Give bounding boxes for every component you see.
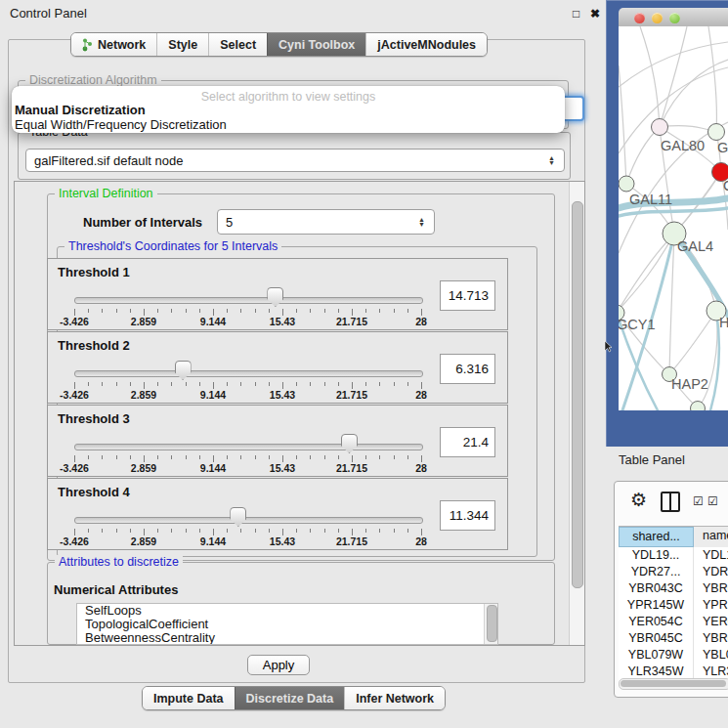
table-row[interactable]: YPR145WYPR1 (619, 597, 728, 614)
threshold-slider-handle[interactable] (341, 434, 358, 453)
attributes-scrollbar[interactable] (484, 604, 497, 644)
node-gal11[interactable] (619, 176, 634, 192)
cell-name[interactable]: YPR1 (694, 597, 728, 614)
column-header-shared-name[interactable]: shared... (619, 527, 694, 547)
slider-tick (102, 529, 103, 533)
threshold-slider-track[interactable] (74, 297, 423, 304)
float-window-icon[interactable]: □ (573, 7, 579, 21)
tab-network[interactable]: Network (71, 33, 156, 56)
horizontal-scrollbar-thumb[interactable] (621, 680, 726, 687)
checkbox-icon[interactable]: ☑ (693, 494, 705, 508)
tab-select[interactable]: Select (208, 33, 267, 56)
slider-tick (255, 382, 256, 386)
split-view-icon[interactable] (661, 492, 680, 512)
close-icon[interactable]: ✖ (590, 7, 600, 21)
table-row[interactable]: YBR043CYBR0 (619, 580, 728, 597)
checkbox-icon[interactable]: ☑ (707, 494, 719, 508)
apply-button[interactable]: Apply (247, 655, 310, 675)
tab-impute-data[interactable]: Impute Data (143, 687, 235, 709)
cell-name[interactable]: YBL0 (694, 647, 728, 664)
slider-tick (227, 382, 228, 386)
cell-name[interactable]: YBR0 (694, 580, 728, 597)
tab-cyni-toolbox[interactable]: Cyni Toolbox (267, 33, 365, 56)
table-panel-toolbar: ⚙ ☑ ☑ (615, 482, 728, 525)
cell-name[interactable]: YBR0 (694, 630, 728, 647)
cell-shared-name[interactable]: YER054C (619, 614, 694, 630)
slider-tick (240, 529, 241, 533)
cell-name[interactable]: YER0 (694, 614, 728, 630)
network-graph: GAL80GACYGAL11GAL4GCY1HHAP2 (619, 26, 728, 410)
network-window-titlebar[interactable] (619, 8, 728, 27)
threshold-value-field[interactable]: 14.713 (440, 280, 495, 311)
numerical-attributes-label: Numerical Attributes (54, 582, 178, 597)
tab-jactivemnodules[interactable]: jActiveMNodules (365, 33, 487, 56)
tab-label: Style (168, 38, 197, 52)
cell-shared-name[interactable]: YDR27... (619, 564, 694, 580)
number-of-intervals-combobox[interactable]: 5 ▲▼ (217, 209, 435, 235)
network-canvas[interactable]: GAL80GACYGAL11GAL4GCY1HHAP2 (619, 26, 728, 410)
node-top-right[interactable] (708, 124, 725, 141)
vertical-scrollbar-thumb[interactable] (572, 201, 583, 588)
slider-tick (379, 309, 380, 313)
popup-item-equal-width-frequency-discretization[interactable]: Equal Width/Frequency Discretization (12, 118, 565, 133)
horizontal-scrollbar[interactable] (619, 678, 728, 690)
slider-scale-label: 21.715 (336, 462, 367, 474)
tab-discretize-data[interactable]: Discretize Data (235, 687, 345, 709)
zoom-traffic-light-icon[interactable] (669, 13, 680, 23)
cell-shared-name[interactable]: YPR145W (619, 597, 694, 614)
slider-tick (379, 529, 380, 533)
threshold-slider-track[interactable] (74, 517, 423, 524)
threshold-value-field[interactable]: 6.316 (440, 354, 495, 384)
cell-shared-name[interactable]: YBR045C (619, 630, 694, 647)
table-row[interactable]: YBL079WYBL0 (619, 647, 728, 664)
cell-name[interactable]: YDR2 (694, 564, 728, 580)
close-traffic-light-icon[interactable] (634, 13, 645, 23)
slider-tick (199, 382, 200, 386)
attribute-item-selfloops[interactable]: SelfLoops (77, 604, 497, 618)
network-icon (82, 38, 93, 52)
threshold-slider-handle[interactable] (267, 287, 283, 307)
gear-icon[interactable]: ⚙ (630, 489, 647, 511)
numerical-attributes-list[interactable]: SelfLoopsTopologicalCoefficientBetweenne… (76, 603, 498, 645)
algorithm-popup: Select algorithm to view settings Manual… (12, 86, 565, 133)
slider-tick (296, 382, 297, 386)
network-window[interactable]: GAL80GACYGAL11GAL4GCY1HHAP2 (606, 0, 728, 447)
cell-shared-name[interactable]: YBL079W (619, 647, 694, 664)
slider-scale-label: 2.859 (131, 316, 156, 327)
node-gal80[interactable] (652, 119, 668, 136)
attributes-scrollbar-thumb[interactable] (487, 605, 497, 642)
node-label-hap2: HAP2 (671, 376, 708, 392)
tab-label: Select (220, 38, 256, 52)
cell-name[interactable]: YDL1 (694, 547, 728, 564)
slider-tick (338, 309, 339, 313)
slider-scale-label: 28 (415, 389, 427, 401)
tab-infer-network[interactable]: Infer Network (344, 687, 445, 709)
threshold-panel: Threshold 2 6.316 -3.4262.8599.14415.432… (47, 331, 508, 404)
threshold-slider-track[interactable] (74, 444, 423, 450)
slider-tick (282, 309, 283, 316)
threshold-slider-track[interactable] (74, 370, 423, 377)
threshold-value-field[interactable]: 11.344 (440, 500, 495, 531)
attribute-item-topologicalcoefficient[interactable]: TopologicalCoefficient (77, 618, 497, 631)
attribute-item-betweennesscentrality[interactable]: BetweennessCentrality (77, 631, 497, 645)
table-row[interactable]: YDL19...YDL1 (619, 547, 728, 564)
table-row[interactable]: YBR045CYBR0 (619, 630, 728, 647)
column-header-name[interactable]: name (694, 527, 728, 547)
table-data-combobox[interactable]: galFiltered.sif default node ▲▼ (25, 149, 565, 172)
cell-shared-name[interactable]: YDL19... (619, 547, 694, 564)
slider-scale-label: 28 (415, 535, 427, 547)
threshold-slider-handle[interactable] (175, 361, 192, 380)
table-row[interactable]: YER054CYER0 (619, 614, 728, 630)
minimize-traffic-light-icon[interactable] (652, 13, 663, 23)
threshold-value-field[interactable]: 21.4 (440, 427, 495, 457)
cell-shared-name[interactable]: YBR043C (619, 580, 694, 597)
threshold-slider-handle[interactable] (230, 507, 246, 527)
vertical-scrollbar[interactable] (569, 182, 584, 645)
network-edge (640, 26, 660, 127)
node-label-gal80: GAL80 (661, 138, 705, 153)
tab-style[interactable]: Style (156, 33, 208, 56)
popup-item-manual-discretization[interactable]: Manual Discretization (12, 104, 565, 118)
slider-tick (130, 382, 131, 386)
table-row[interactable]: YDR27...YDR2 (619, 564, 728, 580)
network-edge-highlighted (619, 208, 728, 216)
